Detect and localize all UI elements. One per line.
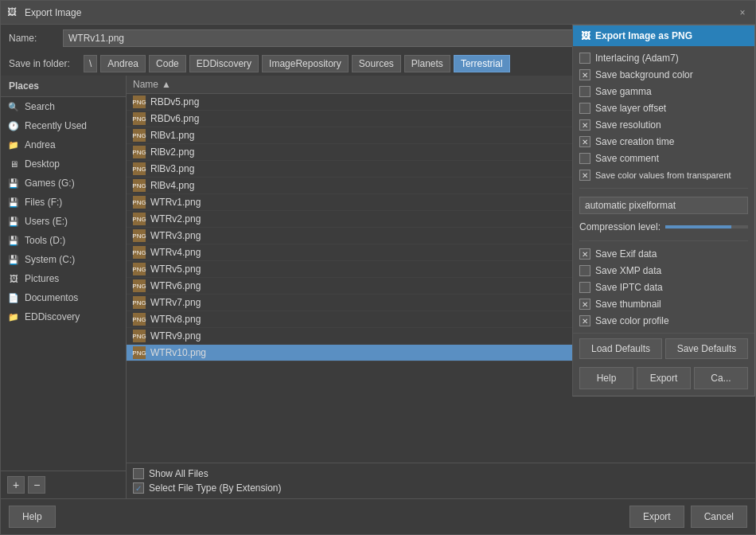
breadcrumb-planets[interactable]: Planets: [404, 55, 450, 72]
drive-icon: 💾: [7, 234, 20, 247]
document-icon: 📄: [7, 291, 20, 304]
export-option-row[interactable]: Save color profile: [579, 314, 748, 328]
breadcrumb-andrea[interactable]: Andrea: [100, 55, 146, 72]
export-option-row[interactable]: Save comment: [579, 151, 748, 166]
save-defaults-button[interactable]: Save Defaults: [665, 338, 748, 359]
save-exif-checkbox[interactable]: [579, 248, 590, 260]
file-icon: PNG: [133, 146, 146, 158]
export-option-row[interactable]: Save IPTC data: [579, 280, 748, 295]
places-item-eddiscovery[interactable]: 📁 EDDiscovery: [1, 307, 126, 326]
dialog-icon: 🖼: [7, 6, 20, 19]
export-cancel-button[interactable]: Ca...: [694, 367, 748, 389]
save-iptc-checkbox[interactable]: [579, 282, 590, 293]
file-icon: PNG: [133, 330, 146, 342]
help-button[interactable]: Help: [9, 506, 56, 528]
save-thumbnail-label: Save thumbnail: [595, 299, 661, 310]
save-resolution-checkbox[interactable]: [579, 119, 590, 131]
col-header-name[interactable]: Name ▲: [127, 79, 612, 90]
save-creation-time-label: Save creation time: [595, 136, 674, 147]
cancel-button[interactable]: Cancel: [691, 506, 747, 528]
file-icon: PNG: [133, 213, 146, 225]
remove-place-button[interactable]: −: [28, 476, 45, 494]
file-icon: PNG: [133, 246, 146, 259]
export-option-row[interactable]: Save gamma: [579, 84, 748, 99]
export-option-row[interactable]: Save background color: [579, 68, 748, 82]
save-color-profile-checkbox[interactable]: [579, 315, 590, 326]
places-item-pictures[interactable]: 🖼 Pictures: [1, 269, 126, 288]
places-item-files[interactable]: 💾 Files (F:): [1, 193, 126, 212]
load-defaults-button[interactable]: Load Defaults: [579, 338, 662, 359]
save-layer-offset-checkbox[interactable]: [579, 103, 590, 114]
export-option-row[interactable]: Save creation time: [579, 135, 748, 149]
separator: [579, 188, 748, 189]
breadcrumb-eddiscovery[interactable]: EDDiscovery: [189, 55, 259, 72]
places-item-label: System (C:): [25, 254, 75, 265]
add-place-button[interactable]: +: [7, 476, 25, 494]
file-icon: PNG: [133, 162, 146, 175]
places-item-users[interactable]: 💾 Users (E:): [1, 212, 126, 231]
places-panel: Places 🔍 Search 🕐 Recently Used 📁 Andrea…: [1, 76, 127, 498]
places-item-label: Andrea: [25, 139, 56, 150]
export-export-button[interactable]: Export: [637, 367, 691, 389]
places-item-desktop[interactable]: 🖥 Desktop: [1, 154, 126, 174]
export-option-row[interactable]: Save XMP data: [579, 264, 748, 278]
breadcrumb-terrestrial[interactable]: Terrestrial: [454, 55, 510, 72]
pictures-icon: 🖼: [7, 272, 20, 285]
save-iptc-label: Save IPTC data: [595, 282, 663, 293]
save-xmp-checkbox[interactable]: [579, 265, 590, 276]
places-item-system[interactable]: 💾 System (C:): [1, 250, 126, 269]
breadcrumb-code[interactable]: Code: [149, 55, 186, 72]
breadcrumb-sources[interactable]: Sources: [352, 55, 401, 72]
breadcrumb-separator[interactable]: \: [84, 55, 97, 72]
file-icon: PNG: [133, 196, 146, 209]
places-item-tools[interactable]: 💾 Tools (D:): [1, 231, 126, 250]
save-thumbnail-checkbox[interactable]: [579, 299, 590, 310]
select-file-type-checkbox[interactable]: [133, 482, 144, 494]
places-item-label: Pictures: [25, 273, 59, 284]
places-item-label: Search: [25, 101, 55, 112]
close-button[interactable]: ×: [736, 6, 749, 19]
file-icon: PNG: [133, 279, 146, 292]
file-icon: PNG: [133, 229, 146, 242]
export-option-row[interactable]: Save Exif data: [579, 247, 748, 261]
places-header: Places: [1, 76, 126, 97]
interlacing-checkbox[interactable]: [579, 53, 590, 64]
save-color-transparent-checkbox[interactable]: [579, 170, 590, 181]
export-button[interactable]: Export: [629, 506, 684, 528]
compression-slider[interactable]: [665, 225, 748, 228]
title-bar: 🖼 Export Image ×: [1, 1, 755, 25]
pixelformat-input[interactable]: [579, 197, 748, 214]
export-option-row[interactable]: Save color values from transparent: [579, 168, 748, 182]
show-all-files-label: Show All Files: [149, 468, 208, 479]
clock-icon: 🕐: [7, 119, 20, 132]
show-all-files-checkbox[interactable]: [133, 468, 144, 479]
drive-icon: 💾: [7, 253, 20, 266]
select-file-type-label: Select File Type (By Extension): [149, 482, 282, 494]
breadcrumb-imagerepository[interactable]: ImageRepository: [262, 55, 349, 72]
places-item-games[interactable]: 💾 Games (G:): [1, 174, 126, 193]
compression-slider-fill: [665, 225, 731, 228]
select-file-type-row[interactable]: Select File Type (By Extension): [133, 482, 749, 494]
show-all-files-row[interactable]: Show All Files: [133, 468, 749, 479]
places-item-andrea[interactable]: 📁 Andrea: [1, 135, 126, 154]
places-item-search[interactable]: 🔍 Search: [1, 97, 126, 116]
places-item-label: Users (E:): [25, 216, 68, 227]
save-gamma-checkbox[interactable]: [579, 86, 590, 97]
save-bg-color-checkbox[interactable]: [579, 69, 590, 80]
file-icon: PNG: [133, 96, 146, 108]
export-option-row[interactable]: Save layer offset: [579, 101, 748, 115]
export-option-row[interactable]: Save resolution: [579, 118, 748, 132]
export-option-row[interactable]: Interlacing (Adam7): [579, 51, 748, 65]
folder-label: Save in folder:: [9, 58, 80, 69]
places-item-recently-used[interactable]: 🕐 Recently Used: [1, 116, 126, 135]
save-color-transparent-label: Save color values from transparent: [595, 170, 731, 180]
export-help-button[interactable]: Help: [579, 367, 633, 389]
save-comment-checkbox[interactable]: [579, 153, 590, 164]
save-xmp-label: Save XMP data: [595, 265, 661, 276]
export-option-row[interactable]: Save thumbnail: [579, 297, 748, 311]
places-item-documentos[interactable]: 📄 Documentos: [1, 288, 126, 307]
save-creation-time-checkbox[interactable]: [579, 136, 590, 147]
compression-row: Compression level:: [579, 221, 748, 232]
export-panel: 🖼 Export Image as PNG Interlacing (Adam7…: [572, 25, 755, 396]
interlacing-label: Interlacing (Adam7): [595, 53, 679, 64]
